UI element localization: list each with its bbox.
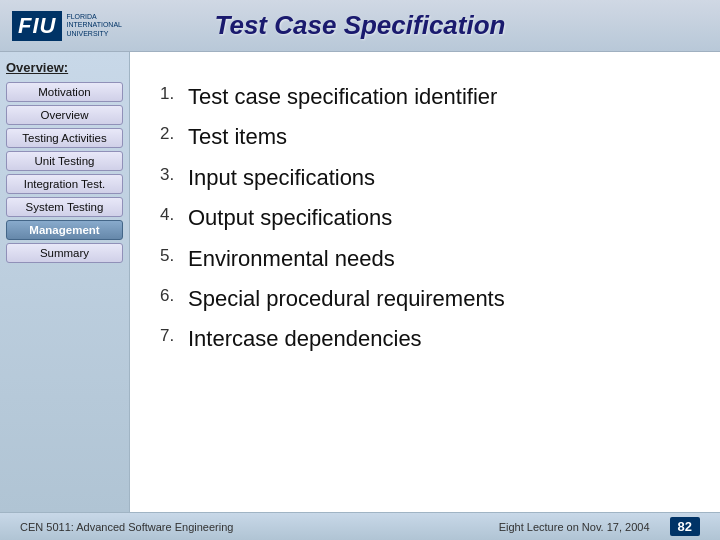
footer-lecture: Eight Lecture on Nov. 17, 2004: [499, 521, 650, 533]
footer: CEN 5011: Advanced Software Engineering …: [0, 512, 720, 540]
sidebar-item-system-testing[interactable]: System Testing: [6, 197, 123, 217]
page-wrapper: FIU FLORIDAINTERNATIONALUNIVERSITY Test …: [0, 0, 720, 540]
list-text-6: Special procedural requirements: [188, 286, 505, 312]
page-number: 82: [670, 517, 700, 536]
list-number-7: 7.: [160, 326, 188, 346]
list-item: 7. Intercase dependencies: [160, 326, 690, 352]
logo-text: FIU: [12, 11, 62, 41]
list-text-5: Environmental needs: [188, 246, 395, 272]
list-item: 2. Test items: [160, 124, 690, 150]
footer-left: CEN 5011: Advanced Software Engineering: [20, 521, 233, 533]
sidebar-item-testing-activities[interactable]: Testing Activities: [6, 128, 123, 148]
content-area: 1. Test case specification identifier 2.…: [130, 52, 720, 512]
list-number-2: 2.: [160, 124, 188, 144]
list-number-6: 6.: [160, 286, 188, 306]
logo: FIU FLORIDAINTERNATIONALUNIVERSITY: [12, 11, 122, 41]
list-number-5: 5.: [160, 246, 188, 266]
list-item: 6. Special procedural requirements: [160, 286, 690, 312]
sidebar-item-overview[interactable]: Overview: [6, 105, 123, 125]
list-number-1: 1.: [160, 84, 188, 104]
list-text-2: Test items: [188, 124, 287, 150]
list-number-4: 4.: [160, 205, 188, 225]
sidebar: Overview: Motivation Overview Testing Ac…: [0, 52, 130, 512]
sidebar-item-unit-testing[interactable]: Unit Testing: [6, 151, 123, 171]
list-number-3: 3.: [160, 165, 188, 185]
content-list: 1. Test case specification identifier 2.…: [160, 84, 690, 367]
list-text-7: Intercase dependencies: [188, 326, 422, 352]
sidebar-item-management[interactable]: Management: [6, 220, 123, 240]
sidebar-item-integration-test[interactable]: Integration Test.: [6, 174, 123, 194]
list-item: 5. Environmental needs: [160, 246, 690, 272]
list-text-1: Test case specification identifier: [188, 84, 497, 110]
header: FIU FLORIDAINTERNATIONALUNIVERSITY Test …: [0, 0, 720, 52]
list-text-4: Output specifications: [188, 205, 392, 231]
list-item: 3. Input specifications: [160, 165, 690, 191]
footer-right: Eight Lecture on Nov. 17, 2004 82: [499, 517, 700, 536]
sidebar-item-motivation[interactable]: Motivation: [6, 82, 123, 102]
list-item: 1. Test case specification identifier: [160, 84, 690, 110]
list-text-3: Input specifications: [188, 165, 375, 191]
list-item: 4. Output specifications: [160, 205, 690, 231]
page-title: Test Case Specification: [215, 10, 506, 41]
sidebar-item-summary[interactable]: Summary: [6, 243, 123, 263]
logo-subtitle: FLORIDAINTERNATIONALUNIVERSITY: [66, 13, 122, 38]
main-area: Overview: Motivation Overview Testing Ac…: [0, 52, 720, 512]
overview-label: Overview:: [6, 60, 123, 75]
